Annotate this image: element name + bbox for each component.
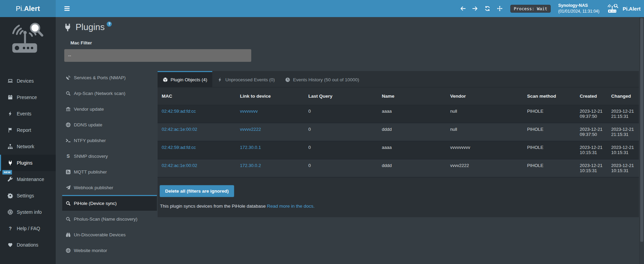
vendor-cell: vvvv2222 <box>446 159 523 177</box>
vendor-cell: null <box>446 105 523 123</box>
plugin-nav-item-website-monitor[interactable]: Website monitor <box>62 242 157 258</box>
table-row: 02:42:59:ad:fd:cc172.30.0.10aaaavvvvvvvv… <box>158 141 639 159</box>
sidebar-item-label: Plugins <box>17 160 32 166</box>
new-badge: NEW <box>2 169 13 175</box>
mac-link[interactable]: 02:42:59:ad:fd:cc <box>162 145 196 150</box>
main-content: Plugins ? Mac Filter Services & Ports (N… <box>56 17 644 264</box>
device-link[interactable]: vvvvvvvv <box>240 109 258 114</box>
host-name: Synology-NAS <box>558 3 600 9</box>
sidebar-item-events[interactable]: Events <box>0 106 56 122</box>
plugin-nav-label: PiHole (Device sync) <box>74 201 117 206</box>
tab-unprocessed-events-0[interactable]: Unprocessed Events (0) <box>212 71 280 87</box>
nav-forward-button[interactable] <box>472 6 478 11</box>
scrollbar-thumb[interactable] <box>640 18 643 242</box>
gear-icon <box>8 193 13 198</box>
search-icon <box>66 217 71 222</box>
name-cell: aaaa <box>378 141 446 159</box>
plugin-nav-item-pholus-scan-name-discovery[interactable]: Pholus-Scan (Name discovery) <box>62 211 157 226</box>
device-link[interactable]: 172.30.0.2 <box>240 163 261 168</box>
sidebar-item-label: Help / FAQ <box>17 226 40 231</box>
sidebar-item-help-faq[interactable]: ?Help / FAQ <box>0 220 56 237</box>
sidebar-item-presence[interactable]: Presence <box>0 89 56 106</box>
plugin-nav-item-un-discoverable-devices[interactable]: Un-Discoverable Devices <box>62 226 157 242</box>
refresh-button[interactable] <box>484 6 491 11</box>
changed-cell: 2023-12-21 10:15:31 <box>609 141 639 159</box>
mac-link[interactable]: 02:42:ac:1e:00:02 <box>162 163 197 168</box>
plugin-nav-label: Vendor update <box>74 107 104 112</box>
mac-filter-input[interactable] <box>64 49 251 62</box>
plugin-nav-item-mqtt-publisher[interactable]: MQTT publisher <box>62 164 157 179</box>
plugin-nav-item-ddns-update[interactable]: DDNS update <box>62 116 157 132</box>
sidebar-item-label: Network <box>17 144 34 149</box>
mac-link[interactable]: 02:42:59:ad:fd:cc <box>162 109 196 114</box>
column-header-vendor: Vendor <box>446 87 523 105</box>
chip-icon <box>8 209 13 215</box>
move-button[interactable] <box>497 6 503 11</box>
sidebar-item-label: Presence <box>17 95 37 100</box>
device-link[interactable]: vvvvv2222 <box>240 127 261 132</box>
process-status-badge: Process: Wait <box>510 5 551 13</box>
table-row: 02:42:ac:1e:00:02vvvvv22220ddddnullPIHOL… <box>158 123 639 141</box>
plugin-nav-item-arp-scan-network-scan[interactable]: Arp-Scan (Network scan) <box>62 85 157 101</box>
docs-link[interactable]: Read more in the docs. <box>267 204 315 209</box>
sidebar-item-plugins[interactable]: Plugins <box>0 155 56 171</box>
svg-text:?: ? <box>9 226 12 231</box>
nav-back-button[interactable] <box>460 6 466 11</box>
table-row: 02:42:59:ad:fd:ccvvvvvvvv0aaaanullPIHOLE… <box>158 105 639 123</box>
bank-icon <box>66 107 71 112</box>
link-to-device-cell: vvvvvvvv <box>236 105 304 123</box>
plugin-nav-item-ntfy-publisher[interactable]: NTFY publisher <box>62 132 157 148</box>
sidebar-item-donations[interactable]: Donations <box>0 237 56 253</box>
plugin-nav-item-snmp-discovery[interactable]: SSNMP discovery <box>62 148 157 164</box>
plugin-panel: Plugin Objects (4)Unprocessed Events (0)… <box>158 71 639 217</box>
sidebar-item-maintenance[interactable]: MaintenanceNEW <box>0 171 56 187</box>
column-header-link-to-device: Link to device <box>236 87 304 105</box>
scan-method-cell: PIHOLE <box>523 123 578 141</box>
binoculars-icon <box>66 232 71 237</box>
plugin-nav-label: Website monitor <box>74 248 107 253</box>
plugin-nav-item-services-ports-nmap[interactable]: Services & Ports (NMAP) <box>62 69 157 85</box>
tab-label: Unprocessed Events (0) <box>225 77 275 82</box>
terminal-icon <box>66 138 71 143</box>
plugin-nav-item-vendor-update[interactable]: Vendor update <box>62 101 157 116</box>
plugin-nav-label: MQTT publisher <box>74 169 107 175</box>
plugin-nav-label: Services & Ports (NMAP) <box>74 75 126 80</box>
hamburger-icon <box>63 5 71 12</box>
sidebar-item-label: Events <box>17 111 31 116</box>
link-to-device-cell: vvvvv2222 <box>236 123 304 141</box>
plugin-objects-table: MACLink to deviceLast QueryNameVendorSca… <box>158 87 639 178</box>
scan-method-cell: PIHOLE <box>523 141 578 159</box>
sidebar-item-settings[interactable]: Settings <box>0 187 56 204</box>
page-scrollbar[interactable] <box>639 17 644 264</box>
tab-plugin-objects-4[interactable]: Plugin Objects (4) <box>158 71 212 87</box>
plugin-nav-item-webhook-publisher[interactable]: Webhook publisher <box>62 179 157 195</box>
last-query-cell: 0 <box>304 123 378 141</box>
column-header-name: Name <box>378 87 446 105</box>
created-cell: 2023-12-21 10:15:31 <box>578 159 609 177</box>
plugin-nav-label: Arp-Scan (Network scan) <box>74 91 125 96</box>
plugin-nav-label: Un-Discoverable Devices <box>74 232 126 237</box>
sitemap-icon <box>8 144 13 149</box>
column-header-last-query: Last Query <box>304 87 378 105</box>
table-header-row: MACLink to deviceLast QueryNameVendorSca… <box>158 87 639 105</box>
plugin-nav-label: SNMP discovery <box>74 154 108 159</box>
sidebar-toggle-button[interactable] <box>63 5 71 12</box>
tab-events-history-50-out-of-10000[interactable]: Events History (50 out of 10000) <box>280 71 364 87</box>
tab-bar: Plugin Objects (4)Unprocessed Events (0)… <box>158 71 639 87</box>
app-logo[interactable]: Pi.Alert <box>0 0 56 17</box>
sidebar-item-report[interactable]: Report <box>0 122 56 138</box>
paper-plane-icon <box>66 185 71 190</box>
help-badge[interactable]: ? <box>107 22 112 27</box>
description-text: This plugin syncs devices from the PiHol… <box>160 204 266 209</box>
sidebar-item-devices[interactable]: Devices <box>0 73 56 89</box>
sidebar-item-system-info[interactable]: System info <box>0 204 56 220</box>
flag-icon <box>8 127 13 133</box>
mac-link[interactable]: 02:42:ac:1e:00:02 <box>162 127 197 132</box>
host-info: Synology-NAS (01/01/2024, 11:31:04) <box>558 3 600 14</box>
device-link[interactable]: 172.30.0.1 <box>240 145 261 150</box>
delete-all-button[interactable]: Delete all (filters are ignored) <box>160 185 234 197</box>
host-timestamp: (01/01/2024, 11:31:04) <box>558 9 600 14</box>
sidebar-item-label: Report <box>17 127 31 133</box>
plugin-nav-item-pihole-device-sync[interactable]: PiHole (Device sync) <box>62 195 157 211</box>
sidebar-item-network[interactable]: Network <box>0 138 56 155</box>
